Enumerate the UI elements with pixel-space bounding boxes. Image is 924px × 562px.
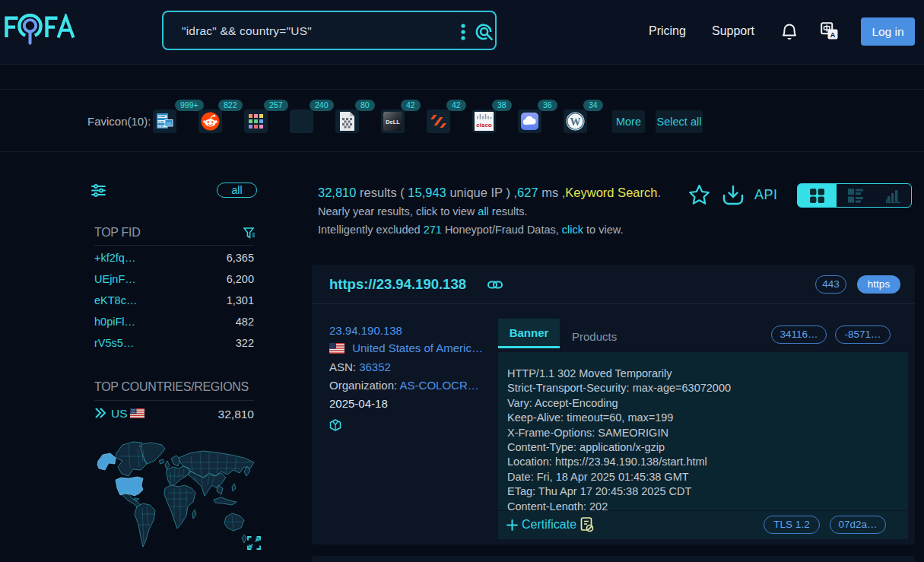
- svg-text:A: A: [830, 31, 836, 39]
- svg-text:cisco: cisco: [476, 122, 492, 129]
- svg-text:W: W: [570, 116, 581, 128]
- svg-text:DeLL: DeLL: [386, 119, 400, 125]
